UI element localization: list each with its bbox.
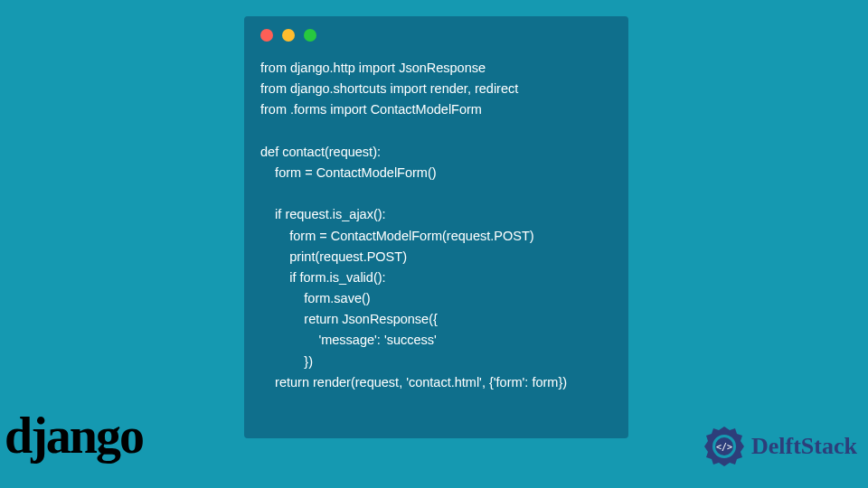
delftstack-badge-icon: </> xyxy=(703,425,746,468)
delftstack-text: DelftStack xyxy=(751,433,857,460)
django-logo: django xyxy=(5,407,143,465)
delftstack-logo: </> DelftStack xyxy=(703,425,857,468)
window-controls xyxy=(260,29,612,42)
maximize-dot-icon xyxy=(304,29,316,42)
close-dot-icon xyxy=(260,29,273,42)
svg-text:</>: </> xyxy=(716,442,732,452)
code-block: from django.http import JsonResponse fro… xyxy=(260,58,612,393)
code-panel: from django.http import JsonResponse fro… xyxy=(244,16,628,438)
minimize-dot-icon xyxy=(282,29,295,42)
